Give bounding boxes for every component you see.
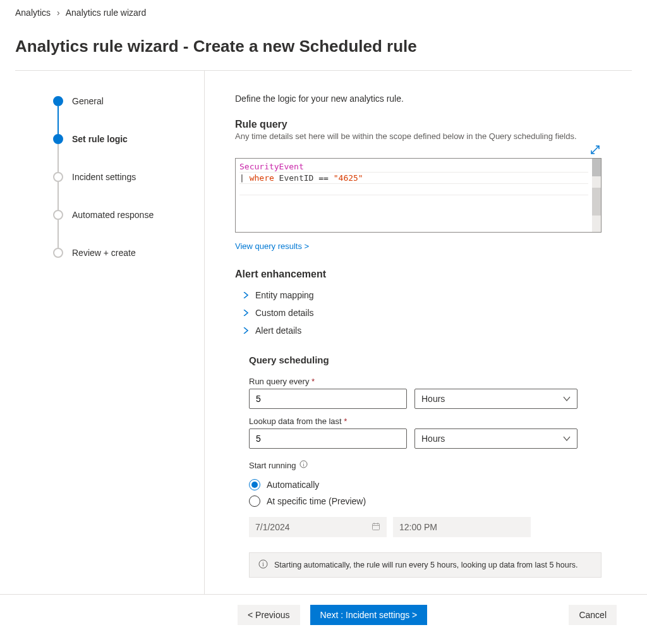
expander-label: Custom details <box>255 308 314 318</box>
code-token: EventID <box>274 173 318 183</box>
start-date-input: 7/1/2024 <box>249 517 387 537</box>
radio-label: At specific time (Preview) <box>267 496 366 506</box>
info-icon[interactable]: i <box>299 460 308 470</box>
code-token: SecurityEvent <box>239 162 304 171</box>
info-icon: i <box>258 559 268 571</box>
code-token: | <box>239 173 250 183</box>
query-editor[interactable]: SecurityEvent | where EventID == "4625" <box>235 158 602 233</box>
step-review-create[interactable]: Review + create <box>53 248 189 258</box>
run-query-unit-dropdown[interactable]: Hours <box>414 389 577 409</box>
step-label: Review + create <box>72 248 136 258</box>
calendar-icon <box>372 522 380 533</box>
start-time-input: 12:00 PM <box>393 517 531 537</box>
chevron-right-icon <box>243 308 249 318</box>
step-label: General <box>72 96 104 106</box>
expander-label: Entity mapping <box>255 290 314 300</box>
rule-query-sub: Any time details set here will be within… <box>235 131 602 141</box>
query-scheduling-heading: Query scheduling <box>249 355 602 365</box>
date-value: 7/1/2024 <box>255 522 290 532</box>
chevron-down-icon <box>563 435 571 442</box>
alert-enhancement-heading: Alert enhancement <box>235 269 602 280</box>
page-title: Analytics rule wizard - Create a new Sch… <box>15 37 632 56</box>
chevron-down-icon <box>563 395 571 403</box>
breadcrumb: Analytics › Analytics rule wizard <box>15 8 632 32</box>
code-token: "4625" <box>334 173 363 183</box>
lookup-data-label: Lookup data from the last * <box>249 416 602 426</box>
step-label: Automated response <box>72 210 154 220</box>
code-token: where <box>250 173 274 183</box>
time-value: 12:00 PM <box>399 522 437 532</box>
next-button[interactable]: Next : Incident settings > <box>310 605 428 625</box>
expander-entity-mapping[interactable]: Entity mapping <box>235 286 602 304</box>
svg-rect-2 <box>373 523 380 530</box>
step-set-rule-logic[interactable]: Set rule logic <box>53 134 189 172</box>
step-label: Set rule logic <box>72 134 128 144</box>
expander-custom-details[interactable]: Custom details <box>235 304 602 322</box>
radio-automatically[interactable]: Automatically <box>249 477 602 493</box>
cancel-button[interactable]: Cancel <box>569 605 617 625</box>
run-query-label: Run query every * <box>249 377 602 386</box>
dropdown-value: Hours <box>421 394 445 404</box>
lookup-unit-dropdown[interactable]: Hours <box>414 428 577 449</box>
radio-specific-time[interactable]: At specific time (Preview) <box>249 493 602 509</box>
step-automated-response[interactable]: Automated response <box>53 210 189 248</box>
info-banner: i Starting automatically, the rule will … <box>249 552 602 578</box>
run-query-value-input[interactable] <box>249 389 407 409</box>
breadcrumb-root[interactable]: Analytics <box>15 8 51 18</box>
intro-text: Define the logic for your new analytics … <box>235 94 602 104</box>
radio-label: Automatically <box>267 480 319 490</box>
expander-label: Alert details <box>255 325 301 336</box>
expand-icon[interactable] <box>590 145 600 157</box>
previous-button[interactable]: < Previous <box>238 605 300 625</box>
svg-text:i: i <box>303 462 305 468</box>
expander-alert-details[interactable]: Alert details <box>235 322 602 339</box>
info-banner-text: Starting automatically, the rule will ru… <box>274 561 578 569</box>
chevron-right-icon <box>243 325 249 336</box>
chevron-right-icon: › <box>57 8 60 18</box>
code-token: == <box>318 173 333 183</box>
breadcrumb-current: Analytics rule wizard <box>66 8 147 18</box>
view-query-results-link[interactable]: View query results > <box>235 241 309 251</box>
step-label: Incident settings <box>72 172 136 182</box>
step-general[interactable]: General <box>53 96 189 134</box>
svg-text:i: i <box>262 561 264 568</box>
lookup-value-input[interactable] <box>249 428 407 449</box>
rule-query-heading: Rule query <box>235 119 602 130</box>
wizard-steps: General Set rule logic Incident settings… <box>15 71 205 594</box>
start-running-label: Start running <box>249 461 296 470</box>
step-incident-settings[interactable]: Incident settings <box>53 172 189 210</box>
dropdown-value: Hours <box>421 434 445 444</box>
chevron-right-icon <box>243 290 249 300</box>
